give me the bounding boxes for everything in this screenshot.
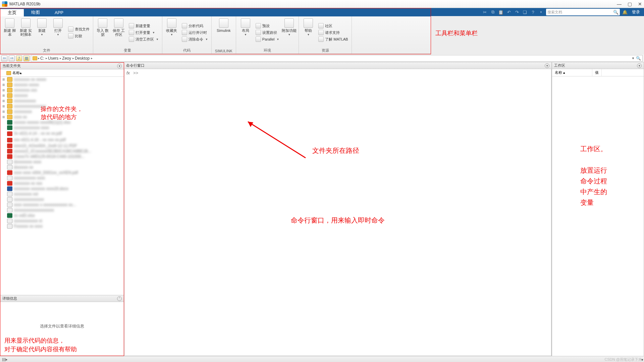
- workspace-name-column[interactable]: 名称 ▴: [552, 69, 592, 76]
- parallel-button[interactable]: Parallel▼: [254, 36, 281, 42]
- close-button[interactable]: ✕: [638, 1, 642, 7]
- file-tree[interactable]: 操作的文件夹， 放代码的地方 ⊞xxxxxxxx xx xxxxx⊞xxxxxx…: [0, 77, 124, 295]
- file-item[interactable]: ⊞xxxxxxx: [0, 93, 124, 98]
- file-name: xxxxxxxxxxxx xt: [14, 219, 42, 223]
- file-item[interactable]: 3x x021.4.14；xx xx xx.pdf: [0, 130, 124, 137]
- favorites-button[interactable]: 收藏夹▼: [164, 18, 179, 47]
- breadcrumb-root[interactable]: ▸: [38, 56, 40, 60]
- file-item[interactable]: xxxx10_AOxx00A_2xx8-12-11.PDF: [0, 143, 124, 148]
- compare-button[interactable]: 比较: [67, 33, 91, 39]
- file-item[interactable]: xxxxxx3_2Cxxxxxx5E2B0CA38CA8BE1B...: [0, 148, 124, 154]
- file-item[interactable]: xxxxxxxx xx xxx: [0, 181, 124, 186]
- copy-icon[interactable]: ⧉: [490, 9, 496, 15]
- new-livescript-button[interactable]: 新建 实时脚本: [18, 18, 33, 47]
- file-name-column-header[interactable]: 名称 ▴: [0, 69, 124, 77]
- path-dropdown-icon[interactable]: ▼: [632, 57, 635, 60]
- file-item[interactable]: Cxxxx7x xMD125-0018-C440-101000...: [0, 154, 124, 159]
- community-button[interactable]: 社区: [317, 23, 349, 29]
- paste-icon[interactable]: 📋: [498, 9, 504, 15]
- file-item[interactable]: ⊞xxxxxxxx xx xxxxx: [0, 77, 124, 82]
- file-item[interactable]: xxxxxxxxxxxxxxx: [0, 197, 124, 202]
- file-item[interactable]: dxxxxxx xx: [0, 165, 124, 170]
- notification-bell-icon[interactable]: 🔔: [622, 9, 628, 15]
- analyze-code-button[interactable]: 分析代码: [180, 23, 209, 29]
- minimize-button[interactable]: —: [617, 1, 622, 7]
- new-script-button[interactable]: 新建 脚本: [2, 18, 17, 47]
- nav-forward-button[interactable]: ⇨: [9, 55, 15, 61]
- switch-windows-icon[interactable]: ❏: [522, 9, 528, 15]
- clear-commands-button[interactable]: 清除命令▼: [180, 36, 209, 42]
- help-dd-icon[interactable]: ▼: [538, 9, 544, 15]
- toolbar-expand-icon[interactable]: ▾: [641, 358, 643, 362]
- file-item[interactable]: xxxx xxxxxxxx x xxxxxxxxxxxx xx...: [0, 202, 124, 207]
- breadcrumb-c[interactable]: C:▸: [40, 56, 47, 61]
- workspace-options-icon[interactable]: ▾: [637, 63, 642, 68]
- import-data-button[interactable]: 导入 数据: [95, 18, 110, 47]
- nav-browse-button[interactable]: ▥: [23, 55, 30, 61]
- breadcrumb-zeoy[interactable]: Zeoy▸: [62, 56, 74, 61]
- set-path-button[interactable]: 设置路径: [254, 29, 281, 36]
- tab-app[interactable]: APP: [47, 8, 71, 16]
- maximize-button[interactable]: ▢: [628, 1, 632, 7]
- help-button[interactable]: 帮助▼: [301, 18, 316, 47]
- command-window-options-icon[interactable]: ▾: [545, 63, 549, 68]
- help-qmark-icon[interactable]: ?: [530, 9, 536, 15]
- layout-button[interactable]: 布局▼: [238, 18, 253, 47]
- file-item[interactable]: xxxxxxxx xxxxxxx xxxx20.docx: [0, 186, 124, 191]
- clear-workspace-button[interactable]: 清空工作区▼: [127, 36, 160, 42]
- file-name: xxxx xxxx x004_D001xx_xxXEN.pdf: [14, 170, 78, 175]
- search-docs-input[interactable]: 搜索文档 🔍: [546, 9, 620, 15]
- addons-button[interactable]: 附加功能▼: [282, 18, 297, 47]
- request-support-button[interactable]: 请求支持: [317, 29, 349, 36]
- run-and-time-button[interactable]: 运行并计时: [180, 29, 209, 36]
- fx-icon[interactable]: fx: [126, 70, 130, 75]
- file-item[interactable]: xxxxxxxxx xxt: [0, 191, 124, 197]
- nav-up-button[interactable]: ⤴: [16, 55, 22, 61]
- file-item[interactable]: xx xxEI.xlsx: [0, 213, 124, 218]
- breadcrumb-users[interactable]: Users▸: [48, 56, 61, 61]
- workspace-value-column[interactable]: 值: [592, 69, 602, 76]
- open-button[interactable]: 打开▼: [51, 18, 65, 47]
- command-window-body[interactable]: fx >> 文件夹所在路径 命令行窗口，用来输入即时命令: [124, 69, 551, 356]
- tab-plot[interactable]: 绘图: [24, 8, 47, 16]
- simulink-button[interactable]: Simulink: [214, 18, 234, 48]
- file-item[interactable]: ⊞xxxxxxxx xxx: [0, 87, 124, 93]
- annotation-toolbar: 工具栏和菜单栏: [435, 29, 478, 37]
- file-item[interactable]: xxxx xxxx x004_D001xx_xxXEN.pdf: [0, 170, 124, 175]
- file-item[interactable]: xxxxxxxxxxxxxxxxxxxx: [0, 207, 124, 213]
- workspace-body[interactable]: 工作区。 放置运行 命令过程 中产生的 变量: [552, 76, 644, 356]
- file-item[interactable]: dxxxxxxxx xxxx: [0, 159, 124, 165]
- generic-icon: [7, 160, 12, 164]
- file-item[interactable]: xxxxxxxxxxxx xt: [0, 218, 124, 224]
- path-search-icon[interactable]: 🔍: [636, 56, 641, 61]
- group-label-code: 代码: [164, 47, 209, 54]
- file-item[interactable]: ⊞xxxxxxxxxxx: [0, 98, 124, 104]
- tab-home[interactable]: 主页: [0, 8, 24, 16]
- cut-icon[interactable]: ✂: [482, 9, 488, 15]
- breadcrumb-desktop[interactable]: Desktop▸: [75, 56, 93, 61]
- file-name: xxxxxxxx xxx: [14, 88, 37, 93]
- redo-icon[interactable]: ↷: [514, 9, 520, 15]
- file-name: xxxxxxxxx: [14, 109, 32, 114]
- learn-matlab-button[interactable]: 了解 MATLAB: [317, 36, 349, 42]
- open-variable-button[interactable]: 打开变量▼: [127, 29, 160, 36]
- file-item[interactable]: Fxxxxxx xx xxxx: [0, 224, 124, 229]
- undo-icon[interactable]: ↶: [506, 9, 512, 15]
- file-item[interactable]: xxxxxxxxxxxxx xxxx: [0, 125, 124, 130]
- file-item[interactable]: xxx x021.4.16；xx xxx xx.pdf: [0, 137, 124, 143]
- file-name: xxxxxx3_2Cxxxxxx5E2B0CA38CA8BE1B...: [14, 149, 91, 154]
- login-button[interactable]: 登录: [630, 9, 642, 15]
- save-workspace-button[interactable]: 保存 工作区: [111, 18, 126, 47]
- nav-back-button[interactable]: ⇦: [1, 55, 7, 61]
- new-variable-button[interactable]: 新建变量: [127, 23, 160, 29]
- status-bar: ||||▸ CSDN @用笔记录下来: [0, 356, 644, 362]
- group-file: 新建 脚本 新建 实时脚本 新建▼ 打开▼ 查找文件 比较 文件: [0, 16, 93, 54]
- details-collapse-icon[interactable]: ˆ: [117, 296, 122, 301]
- folder-icon: [7, 109, 12, 114]
- current-folder-options-icon[interactable]: ▾: [117, 64, 122, 68]
- new-button[interactable]: 新建▼: [35, 18, 49, 47]
- file-item[interactable]: xxxxxxxxxxx xxxx: [0, 175, 124, 181]
- file-item[interactable]: ⊞xxxxxxx xxxxx: [0, 82, 124, 87]
- find-files-button[interactable]: 查找文件: [67, 26, 91, 32]
- preferences-button[interactable]: 预设: [254, 23, 281, 29]
